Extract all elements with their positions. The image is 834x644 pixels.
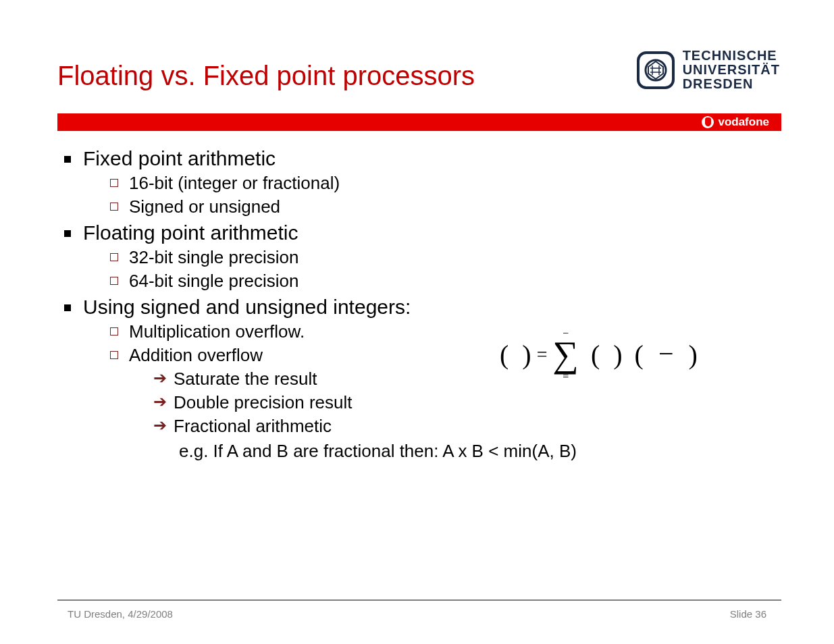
- vodafone-icon: [702, 116, 714, 128]
- bullet-text: 16-bit (integer or fractional): [129, 173, 340, 193]
- logo-line: DRESDEN: [683, 77, 780, 91]
- tud-logo-badge: [637, 51, 675, 89]
- slide-title: Floating vs. Fixed point processors: [57, 61, 475, 91]
- tud-logo-text: TECHNISCHE UNIVERSITÄT DRESDEN: [683, 49, 780, 91]
- paren: ): [689, 339, 698, 371]
- logo-line: TECHNISCHE: [683, 49, 780, 63]
- bullet-text: 64-bit single precision: [129, 271, 298, 291]
- footer-divider: [57, 599, 781, 601]
- list-item: Fractional arithmetic: [153, 416, 777, 437]
- bullet-text: Addition overflow: [129, 345, 263, 365]
- tud-logo: TECHNISCHE UNIVERSITÄT DRESDEN: [637, 49, 780, 91]
- sigma-upper: −: [563, 328, 569, 339]
- minus: −: [658, 338, 674, 369]
- list-item: 64-bit single precision: [107, 271, 777, 292]
- equals: =: [536, 344, 549, 365]
- bullet-list: Fixed point arithmetic 16-bit (integer o…: [57, 147, 777, 437]
- paren: ): [522, 339, 531, 371]
- footer-left: TU Dresden, 4/29/2008: [68, 608, 173, 620]
- formula: ( ) = ∑ − = ( ) ( − ): [500, 336, 698, 373]
- bullet-text: Fractional arithmetic: [174, 416, 332, 436]
- list-item: Double precision result: [153, 392, 777, 413]
- vodafone-logo: vodafone: [702, 115, 769, 129]
- example-text: e.g. If A and B are fractional then: A x…: [179, 441, 777, 462]
- sigma-icon: ∑ − =: [552, 336, 579, 373]
- bullet-text: Floating point arithmetic: [83, 221, 298, 244]
- bullet-text: Using signed and unsigned integers:: [83, 296, 411, 318]
- paren: ): [613, 339, 622, 371]
- bullet-text: Double precision result: [174, 392, 352, 412]
- bullet-text: Multiplication overflow.: [129, 321, 305, 342]
- slide-body: Fixed point arithmetic 16-bit (integer o…: [57, 143, 777, 462]
- list-item: 16-bit (integer or fractional): [107, 173, 777, 194]
- list-item: Floating point arithmetic 32-bit single …: [57, 221, 777, 292]
- bullet-text: 32-bit single precision: [129, 247, 298, 267]
- list-item: 32-bit single precision: [107, 247, 777, 268]
- bullet-text: Signed or unsigned: [129, 196, 280, 217]
- sigma-lower: =: [563, 371, 569, 382]
- vodafone-label: vodafone: [718, 115, 769, 129]
- tud-logo-icon: [644, 59, 667, 82]
- list-item: Signed or unsigned: [107, 196, 777, 217]
- logo-line: UNIVERSITÄT: [683, 63, 780, 77]
- bullet-text: Fixed point arithmetic: [83, 147, 276, 169]
- paren: (: [635, 339, 644, 371]
- list-item: Fixed point arithmetic 16-bit (integer o…: [57, 147, 777, 217]
- paren: (: [591, 339, 600, 371]
- footer-right: Slide 36: [730, 608, 766, 620]
- paren: (: [500, 339, 509, 371]
- slide: Floating vs. Fixed point processors TECH…: [0, 0, 834, 644]
- sponsor-bar: vodafone: [57, 113, 781, 131]
- bullet-text: Saturate the result: [174, 369, 317, 389]
